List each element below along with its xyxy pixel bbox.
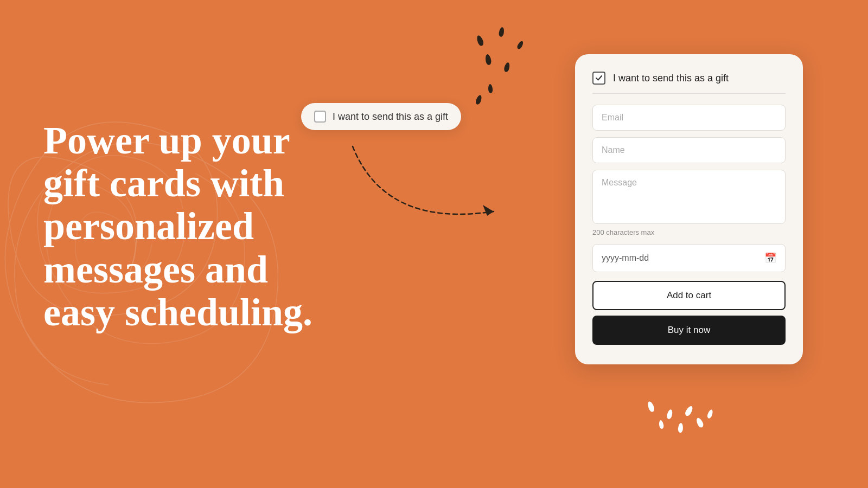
card-checkbox-label: I want to send this as a gift [613,73,729,84]
dark-seed [476,35,484,47]
dark-seed [484,54,492,65]
white-seed [659,420,665,429]
hero-headline: Power up your gift cards with personaliz… [43,119,326,334]
white-seed [684,405,694,417]
dark-seed [475,94,483,105]
card-header: I want to send this as a gift [592,72,786,94]
white-seed [695,417,704,428]
message-input[interactable] [592,170,786,224]
date-placeholder: yyyy-mm-dd [602,253,649,263]
white-seed [706,409,713,419]
calendar-icon: 📅 [764,252,776,264]
svg-marker-0 [483,205,494,216]
white-seed [647,401,655,413]
gift-card-panel: I want to send this as a gift 200 charac… [575,54,803,364]
char-limit-text: 200 characters max [592,228,786,236]
checkbox-unchecked[interactable] [314,111,326,123]
curved-arrow [320,130,526,239]
buy-it-now-button[interactable]: Buy it now [592,316,786,345]
add-to-cart-button[interactable]: Add to cart [592,281,786,310]
date-input-wrapper[interactable]: yyyy-mm-dd 📅 [592,244,786,272]
dark-seed [488,84,493,94]
white-seed [666,409,673,420]
checkbox-checked[interactable] [592,72,605,85]
white-seed [678,423,684,433]
floating-gift-checkbox[interactable]: I want to send this as a gift [301,103,461,130]
floating-checkbox-label: I want to send this as a gift [333,111,448,123]
dark-seed [503,62,510,73]
checkmark-icon [595,74,603,82]
email-input[interactable] [592,105,786,131]
dark-seed [499,27,505,37]
dark-seed [516,40,525,50]
name-input[interactable] [592,137,786,163]
